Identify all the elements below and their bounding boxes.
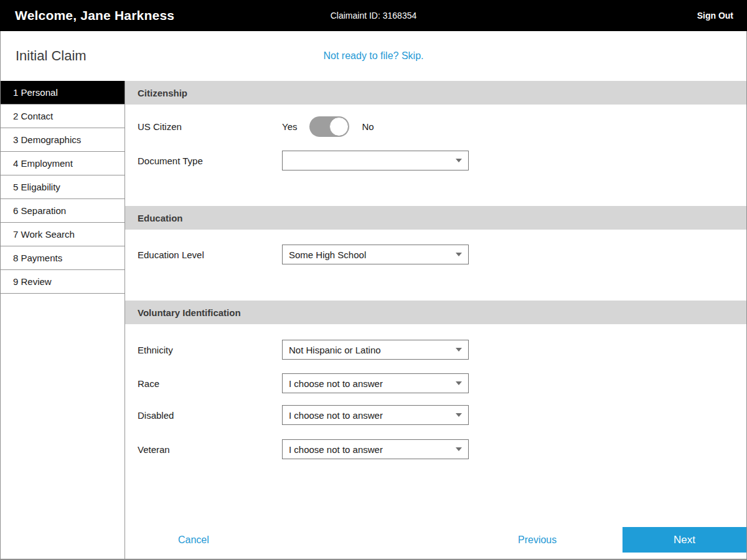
race-select[interactable]: I choose not to answer xyxy=(282,373,469,393)
previous-button[interactable]: Previous xyxy=(518,534,557,546)
select-value: Some High School xyxy=(289,250,366,260)
sign-out-link[interactable]: Sign Out xyxy=(697,11,733,21)
toggle-option-no[interactable]: No xyxy=(362,121,374,132)
sidebar-item-employment[interactable]: 4 Employment xyxy=(1,152,125,175)
disabled-row: Disabled I choose not to answer xyxy=(125,405,746,425)
form-content: Citizenship US Citizen Yes No Document T… xyxy=(125,81,746,559)
section-header-citizenship: Citizenship xyxy=(125,81,746,105)
document-type-row: Document Type xyxy=(125,151,746,170)
top-bar: Welcome, Jane Harkness Claimaint ID: 316… xyxy=(0,0,747,31)
sidebar-item-work-search[interactable]: 7 Work Search xyxy=(1,223,125,246)
sidebar-item-separation[interactable]: 6 Separation xyxy=(1,199,125,223)
claimant-id-text: Claimaint ID: 3168354 xyxy=(0,11,747,21)
sidebar-item-contact[interactable]: 2 Contact xyxy=(1,105,125,128)
us-citizen-label: US Citizen xyxy=(138,121,282,132)
next-button[interactable]: Next xyxy=(622,527,746,553)
document-type-select[interactable] xyxy=(282,151,469,170)
education-level-label: Education Level xyxy=(138,250,282,260)
us-citizen-row: US Citizen Yes No xyxy=(125,115,746,138)
veteran-row: Veteran I choose not to answer xyxy=(125,439,746,459)
disabled-select[interactable]: I choose not to answer xyxy=(282,405,469,425)
race-label: Race xyxy=(138,378,282,389)
ethnicity-select[interactable]: Not Hispanic or Latino xyxy=(282,340,469,360)
form-footer: Cancel Previous Next xyxy=(125,527,746,553)
chevron-down-icon xyxy=(456,159,462,162)
race-row: Race I choose not to answer xyxy=(125,373,746,393)
chevron-down-icon xyxy=(456,253,462,256)
chevron-down-icon xyxy=(456,381,462,385)
ethnicity-label: Ethnicity xyxy=(138,345,282,355)
step-sidebar: 1 Personal 2 Contact 3 Demographics 4 Em… xyxy=(1,81,125,559)
ethnicity-row: Ethnicity Not Hispanic or Latino xyxy=(125,340,746,360)
us-citizen-toggle[interactable] xyxy=(309,116,349,137)
chevron-down-icon xyxy=(456,447,462,451)
disabled-label: Disabled xyxy=(138,410,282,421)
veteran-select[interactable]: I choose not to answer xyxy=(282,439,469,459)
toggle-knob-icon xyxy=(329,117,349,136)
section-header-voluntary-identification: Voluntary Identification xyxy=(125,301,746,324)
education-level-row: Education Level Some High School xyxy=(125,245,746,264)
chevron-down-icon xyxy=(456,413,462,417)
section-header-education: Education xyxy=(125,206,746,230)
veteran-label: Veteran xyxy=(138,444,282,455)
chevron-down-icon xyxy=(456,348,462,352)
select-value: Not Hispanic or Latino xyxy=(289,345,381,355)
sidebar-item-payments[interactable]: 8 Payments xyxy=(1,246,125,270)
select-value: I choose not to answer xyxy=(289,444,383,455)
page-frame: Initial Claim Not ready to file? Skip. 1… xyxy=(0,31,747,560)
education-level-select[interactable]: Some High School xyxy=(282,245,469,264)
select-value: I choose not to answer xyxy=(289,410,383,421)
sidebar-item-eligability[interactable]: 5 Eligability xyxy=(1,175,125,199)
toggle-option-yes[interactable]: Yes xyxy=(282,121,297,132)
page-header: Initial Claim Not ready to file? Skip. xyxy=(1,31,746,81)
sidebar-item-demographics[interactable]: 3 Demographics xyxy=(1,128,125,152)
skip-link[interactable]: Not ready to file? Skip. xyxy=(1,50,746,62)
document-type-label: Document Type xyxy=(138,156,282,166)
select-value: I choose not to answer xyxy=(289,378,383,389)
sidebar-item-personal[interactable]: 1 Personal xyxy=(1,81,125,105)
cancel-button[interactable]: Cancel xyxy=(178,534,209,546)
sidebar-item-review[interactable]: 9 Review xyxy=(1,270,125,294)
